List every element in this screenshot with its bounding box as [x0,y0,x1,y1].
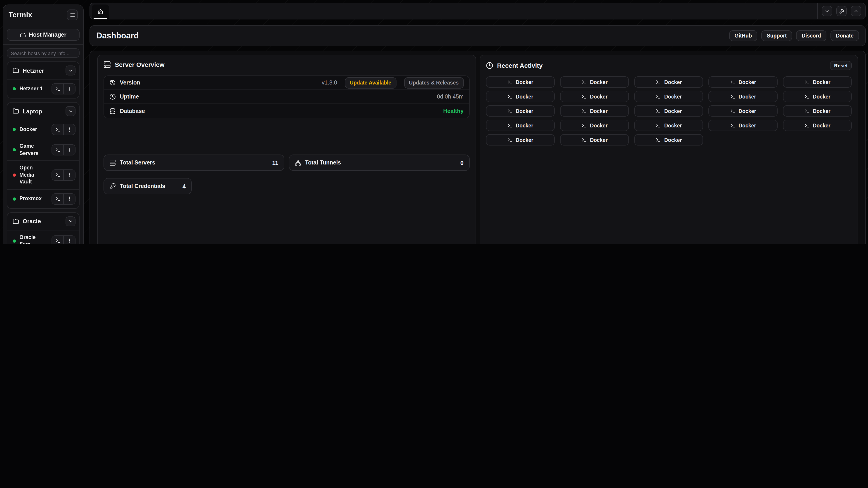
host-status-dot [13,239,16,242]
activity-item-button[interactable]: Docker [486,120,555,131]
host-terminal-button[interactable] [52,236,63,244]
host-group-oracle: Oracle Oracle Sam [7,212,80,244]
tools-button[interactable] [836,6,847,16]
card-title: Server Overview [115,61,469,68]
key-icon [110,183,116,189]
totals-row: Total Servers 11 Total Tunnels 0 [103,155,469,171]
total-tunnels-card: Total Tunnels 0 [289,155,470,171]
activity-item-button[interactable]: Docker [634,134,703,145]
group-header[interactable]: Hetzner [7,62,79,79]
group-host-list: Docker Game Servers [7,120,79,208]
activity-item-button[interactable]: Docker [634,76,703,88]
host-manager-button[interactable]: Host Manager [7,29,80,41]
host-row[interactable]: Open Media Vault [7,161,79,190]
host-terminal-button[interactable] [52,144,63,155]
hard-drive-icon [20,32,26,38]
activity-item-button[interactable]: Docker [486,105,555,117]
host-action-group [52,193,75,204]
activity-item-label: Docker [664,108,682,113]
host-name: Oracle Sam [20,234,48,244]
scroll-tabs-right-button[interactable] [851,6,861,16]
github-button[interactable]: GitHub [729,30,757,41]
updates-releases-button[interactable]: Updates & Releases [404,77,464,88]
group-header[interactable]: Oracle [7,213,79,230]
activity-item-button[interactable]: Docker [634,91,703,102]
terminal-icon [730,79,735,85]
host-group-laptop: Laptop Docker [7,102,80,208]
host-terminal-button[interactable] [52,84,63,94]
group-header[interactable]: Laptop [7,103,79,120]
discord-button[interactable]: Discord [796,30,827,41]
kebab-menu-icon [67,238,72,243]
host-row[interactable]: Proxmox [7,190,79,208]
host-status-dot [13,173,16,177]
activity-item-button[interactable]: Docker [486,76,555,88]
activity-item-button[interactable]: Docker [560,134,629,145]
host-row[interactable]: Oracle Sam [7,230,79,244]
host-menu-button[interactable] [64,124,75,135]
activity-item-label: Docker [664,137,682,142]
host-menu-button[interactable] [64,194,75,204]
card-header: Server Overview [103,61,469,68]
terminal-icon [655,94,661,99]
total-tunnels-label: Total Tunnels [305,160,456,166]
update-available-button[interactable]: Update Available [345,77,396,88]
reset-activity-button[interactable]: Reset [830,61,852,70]
activity-item-label: Docker [739,123,756,128]
host-menu-button[interactable] [64,170,75,180]
host-terminal-button[interactable] [52,124,63,135]
activity-item-button[interactable]: Docker [486,91,555,102]
activity-item-button[interactable]: Docker [783,120,852,131]
activity-item-button[interactable]: Docker [783,105,852,117]
activity-item-button[interactable]: Docker [486,134,555,145]
activity-item-button[interactable]: Docker [560,105,629,117]
chevron-down-icon [68,219,73,224]
activity-item-button[interactable]: Docker [783,91,852,102]
terminal-icon [804,123,810,128]
donate-button[interactable]: Donate [831,30,859,41]
terminal-icon [581,108,587,113]
host-menu-button[interactable] [64,144,75,155]
activity-item-button[interactable]: Docker [634,105,703,117]
activity-item-label: Docker [739,94,756,99]
support-button[interactable]: Support [761,30,792,41]
host-row[interactable]: Hetzner 1 [7,79,79,98]
host-search-input[interactable] [7,48,80,58]
activity-item-label: Docker [739,79,756,85]
activity-item-button[interactable]: Docker [634,120,703,131]
activity-item-label: Docker [590,137,608,142]
group-collapse-button[interactable] [66,66,75,75]
database-status: Healthy [443,108,464,114]
host-menu-button[interactable] [64,84,75,94]
totals-row-2: Total Credentials 4 [103,178,284,194]
group-collapse-button[interactable] [66,216,75,226]
terminal-icon [55,172,60,178]
scroll-tabs-left-button[interactable] [822,6,832,16]
activity-item-button[interactable]: Docker [783,76,852,88]
activity-item-button[interactable]: Docker [560,76,629,88]
activity-item-button[interactable]: Docker [709,120,778,131]
host-menu-button[interactable] [64,236,75,244]
tab-home[interactable] [92,4,109,19]
tabbar-actions [822,3,864,19]
group-collapse-button[interactable] [66,106,75,116]
host-terminal-button[interactable] [52,194,63,204]
host-row[interactable]: Docker [7,120,79,139]
host-row[interactable]: Game Servers [7,139,79,161]
host-terminal-button[interactable] [52,170,63,180]
activity-item-button[interactable]: Docker [709,91,778,102]
terminal-icon [581,137,587,142]
activity-item-button[interactable]: Docker [709,105,778,117]
folder-icon [13,67,19,74]
chevron-down-icon [68,68,73,73]
sidebar-header: Termix [3,5,83,25]
activity-item-button[interactable]: Docker [560,91,629,102]
chevron-down-icon [68,109,73,113]
sidebar-menu-button[interactable] [67,9,78,20]
activity-item-button[interactable]: Docker [709,76,778,88]
activity-item-label: Docker [813,94,831,99]
kebab-menu-icon [67,86,72,92]
system-info-panel: Version v1.8.0 Update Available Updates … [103,75,469,119]
activity-item-button[interactable]: Docker [560,120,629,131]
clock-icon [110,94,116,100]
